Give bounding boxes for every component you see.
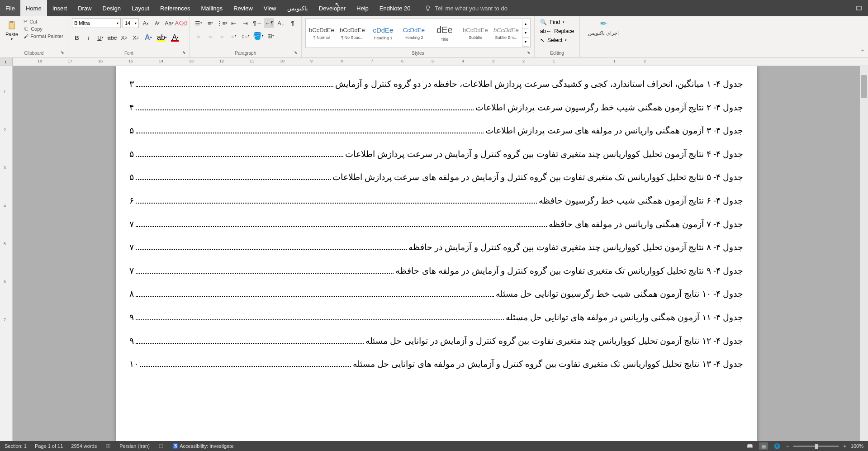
book-icon[interactable] (105, 443, 111, 449)
styles-dialog-launcher[interactable]: ⬊ (527, 50, 532, 56)
menu-design[interactable]: Design (97, 0, 126, 16)
bold-button[interactable]: B (72, 33, 82, 43)
text-effects-button[interactable]: A▾ (142, 33, 154, 43)
zoom-out-button[interactable]: − (786, 443, 789, 449)
menu-review[interactable]: Review (228, 0, 258, 16)
collapse-ribbon-button[interactable]: ⌃ (860, 48, 865, 56)
decrease-indent-button[interactable]: ⇤ (229, 18, 239, 28)
find-button[interactable]: 🔍Find▾ (538, 18, 576, 26)
zoom-in-button[interactable]: + (843, 443, 846, 449)
replace-button[interactable]: ab↔Replace (538, 27, 576, 35)
ltr-button[interactable]: ¶→ (252, 18, 262, 28)
align-center-button[interactable]: ≡ (205, 31, 215, 41)
menu-references[interactable]: References (155, 0, 195, 16)
web-layout-button[interactable]: 🌐 (773, 442, 782, 450)
shading-button[interactable]: 🪣▾ (252, 31, 264, 41)
zoom-slider[interactable] (793, 446, 839, 447)
paknevis-run-button[interactable]: ✒ اجرای پاکنویس (583, 18, 623, 36)
multilevel-button[interactable]: ⋮≡▾ (217, 18, 227, 28)
vscroll-thumb[interactable] (861, 75, 867, 98)
toc-entry[interactable]: جدول ۴- ۳ آزمون همگنی واریانس در مولفه ه… (116, 119, 757, 142)
subscript-button[interactable]: X2 (119, 33, 129, 43)
vertical-scrollbar[interactable] (860, 66, 868, 441)
menu-home[interactable]: Home (20, 0, 47, 16)
bullets-button[interactable]: ☰▾ (194, 18, 204, 28)
toc-entry[interactable]: جدول ۴- ۸ نتایج آزمون تحلیل کوواریانس چن… (116, 236, 757, 259)
paragraph-dialog-launcher[interactable]: ⬊ (294, 50, 299, 56)
font-color-button[interactable]: A▾ (170, 33, 181, 43)
status-accessibility[interactable]: ♿ Accessibility: Investigate (172, 443, 234, 449)
clear-formatting-button[interactable]: A⌫ (176, 18, 186, 28)
style-subtitle[interactable]: bCcDdEeSubtitle (460, 19, 490, 47)
font-name-input[interactable]: B Mitra▾ (72, 18, 121, 28)
toc-entry[interactable]: جدول ۴- ۶ نتایج آزمون همگنی شیب خط رگرسی… (116, 189, 757, 213)
underline-button[interactable]: U▾ (95, 33, 105, 43)
select-button[interactable]: ↖Select▾ (538, 36, 576, 44)
style-no-spacing[interactable]: bCcDdEe¶ No Spac... (337, 19, 367, 47)
highlight-button[interactable]: ab▾ (156, 33, 168, 43)
menu-endnote[interactable]: EndNote 20 (374, 0, 416, 16)
macro-icon[interactable] (158, 443, 164, 449)
menu-file[interactable]: File (0, 0, 20, 16)
read-mode-button[interactable]: 📖 (745, 442, 754, 450)
toc-entry[interactable]: جدول ۴- ۱۱ آزمون همگنی واریانس در مولفه … (116, 306, 757, 329)
tell-me-search[interactable]: Tell me what you want to do (425, 0, 507, 16)
italic-button[interactable]: I (84, 33, 94, 43)
toc-entry[interactable]: جدول ۴- ۱۲ نتایج آزمون تحلیل کوواریانس چ… (116, 329, 757, 353)
sort-button[interactable]: A↓ (276, 18, 286, 28)
menu-view[interactable]: View (258, 0, 282, 16)
gallery-down[interactable]: ▾ (522, 28, 529, 38)
toc-entry[interactable]: جدول ۴- ۹ نتایج تحلیل کوواریانس تک متغیر… (116, 259, 757, 283)
zoom-level[interactable]: 100% (851, 443, 863, 449)
menu-layout[interactable]: Layout (126, 0, 155, 16)
toc-entry[interactable]: جدول ۴- ۱۰ نتایج آزمون همگنی شیب خط رگرس… (116, 282, 757, 306)
toc-entry[interactable]: جدول ۴- ۵ نتایج تحلیل کوواریانس تک متغیر… (116, 166, 757, 189)
style-normal[interactable]: bCcDdEe¶ Normal (307, 19, 337, 47)
increase-font-button[interactable]: A▴ (141, 18, 151, 28)
menu-insert[interactable]: Insert (47, 0, 73, 16)
numbering-button[interactable]: ≡▾ (205, 18, 215, 28)
show-marks-button[interactable]: ¶ (288, 18, 298, 28)
toc-entry[interactable]: جدول ۴- ۱ میانگین، انحراف استاندارد، کجی… (116, 72, 757, 96)
rtl-button[interactable]: ←¶ (264, 18, 274, 28)
align-left-button[interactable]: ≡ (194, 31, 204, 41)
borders-button[interactable]: ⊞▾ (266, 31, 276, 41)
toc-entry[interactable]: جدول ۴- ۷ آزمون همگنی واریانس در مولفه ه… (116, 213, 757, 236)
line-spacing-button[interactable]: ↕≡▾ (241, 31, 251, 41)
zoom-thumb[interactable] (815, 444, 818, 449)
format-painter-button[interactable]: 🖌Format Painter (23, 33, 64, 39)
ribbon-display-icon[interactable] (855, 5, 863, 11)
menu-developer[interactable]: Developer (313, 0, 351, 16)
status-page[interactable]: Page 1 of 11 (35, 443, 63, 449)
style-heading2[interactable]: CcDdEeHeading 2 (399, 19, 429, 47)
cut-button[interactable]: ✂Cut (23, 18, 64, 25)
gallery-more[interactable]: ▾ (522, 38, 529, 47)
increase-indent-button[interactable]: ⇥ (241, 18, 251, 28)
change-case-button[interactable]: Aa▾ (164, 18, 174, 28)
menu-paknevis[interactable]: پاکنویس (282, 0, 313, 16)
print-layout-button[interactable]: ▤ (759, 442, 768, 450)
status-words[interactable]: 2954 words (71, 443, 97, 449)
gallery-up[interactable]: ▴ (522, 19, 529, 28)
paste-button[interactable]: Paste ▾ (4, 18, 20, 42)
document-area[interactable]: جدول ۴- ۱ میانگین، انحراف استاندارد، کجی… (13, 66, 860, 441)
menu-help[interactable]: Help (351, 0, 374, 16)
toc-entry[interactable]: جدول ۴- ۲ نتایج آزمون همگنی شیب خط رگرسی… (116, 96, 757, 119)
style-heading1[interactable]: cDdEeHeading 1 (368, 19, 398, 47)
copy-button[interactable]: Copy (23, 26, 64, 32)
font-dialog-launcher[interactable]: ⬊ (182, 50, 188, 56)
justify-button[interactable]: ≡▾ (229, 31, 239, 41)
superscript-button[interactable]: X2 (131, 33, 141, 43)
document-page[interactable]: جدول ۴- ۱ میانگین، انحراف استاندارد، کجی… (116, 66, 757, 441)
status-language[interactable]: Persian (Iran) (119, 443, 150, 449)
toc-entry[interactable]: جدول ۴- ۱۳ نتایج تحلیل کوواریانس تک متغی… (116, 352, 757, 376)
strikethrough-button[interactable]: abc (107, 33, 117, 43)
font-size-input[interactable]: 14▾ (123, 18, 139, 28)
menu-draw[interactable]: Draw (72, 0, 97, 16)
style-subtle-em[interactable]: bCcDdEeSubtle Em... (491, 19, 521, 47)
horizontal-ruler[interactable]: L 18171615141312111098765432112 (0, 58, 868, 66)
style-title[interactable]: dEeTitle (430, 19, 460, 47)
vertical-ruler[interactable]: 1234567 (0, 66, 13, 441)
status-section[interactable]: Section: 1 (5, 443, 27, 449)
decrease-font-button[interactable]: A▾ (152, 18, 162, 28)
